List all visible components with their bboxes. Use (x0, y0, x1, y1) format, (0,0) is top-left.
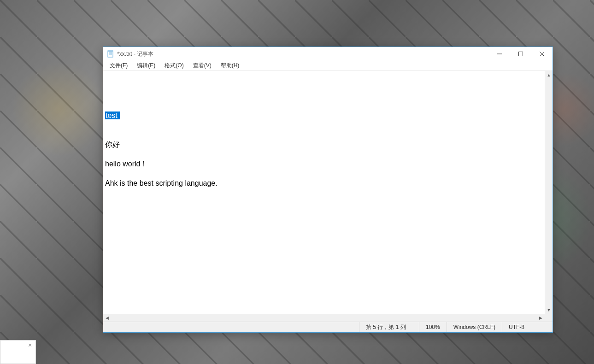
status-line-ending: Windows (CRLF) (447, 322, 502, 332)
close-button[interactable] (531, 47, 553, 61)
statusbar: 第 5 行，第 1 列 100% Windows (CRLF) UTF-8 (103, 322, 553, 332)
scroll-up-icon[interactable]: ▲ (545, 71, 553, 79)
small-popup-window: × (0, 340, 36, 364)
notepad-window: *xx.txt - 记事本 文件(F) 编辑(E) 格式(O) 查看(V) 帮助… (103, 47, 553, 333)
maximize-button[interactable] (510, 47, 531, 61)
svg-rect-7 (519, 52, 523, 56)
horizontal-scrollbar[interactable]: ◀ ▶ (103, 314, 553, 322)
editor-line (105, 149, 551, 159)
minimize-button[interactable] (489, 47, 510, 61)
scroll-right-icon[interactable]: ▶ (537, 314, 545, 322)
text-editor[interactable]: test 你好hello world！Ahk is the best scrip… (103, 71, 553, 314)
scroll-down-icon[interactable]: ▼ (545, 306, 553, 314)
editor-line (105, 169, 551, 178)
window-title: *xx.txt - 记事本 (117, 50, 153, 58)
menu-format[interactable]: 格式(O) (160, 61, 188, 70)
scrollbar-corner (545, 314, 553, 322)
menu-view[interactable]: 查看(V) (188, 61, 216, 70)
notepad-icon (107, 50, 114, 58)
editor-line: hello world！ (105, 159, 551, 169)
editor-line (105, 82, 551, 91)
menu-file[interactable]: 文件(F) (105, 61, 132, 70)
status-zoom: 100% (419, 322, 447, 332)
status-cursor-position: 第 5 行，第 1 列 (359, 322, 419, 332)
editor-line (105, 101, 551, 111)
menu-edit[interactable]: 编辑(E) (132, 61, 160, 70)
editor-wrap: test 你好hello world！Ahk is the best scrip… (103, 71, 553, 322)
editor-line (105, 130, 551, 140)
titlebar[interactable]: *xx.txt - 记事本 (103, 47, 553, 61)
window-controls (489, 47, 553, 61)
editor-line (105, 72, 551, 82)
svg-rect-5 (108, 51, 113, 52)
scroll-left-icon[interactable]: ◀ (103, 314, 111, 322)
small-popup-close-button[interactable]: × (26, 341, 34, 349)
editor-line (105, 91, 551, 101)
vertical-scrollbar[interactable]: ▲ ▼ (545, 71, 553, 314)
editor-line: test (105, 111, 551, 120)
editor-line: 你好 (105, 140, 551, 149)
status-encoding: UTF-8 (502, 322, 553, 332)
menu-help[interactable]: 帮助(H) (216, 61, 244, 70)
menubar: 文件(F) 编辑(E) 格式(O) 查看(V) 帮助(H) (103, 61, 553, 71)
selected-text: test (105, 112, 120, 119)
editor-line: Ahk is the best scripting language. (105, 178, 551, 188)
editor-line (105, 120, 551, 130)
